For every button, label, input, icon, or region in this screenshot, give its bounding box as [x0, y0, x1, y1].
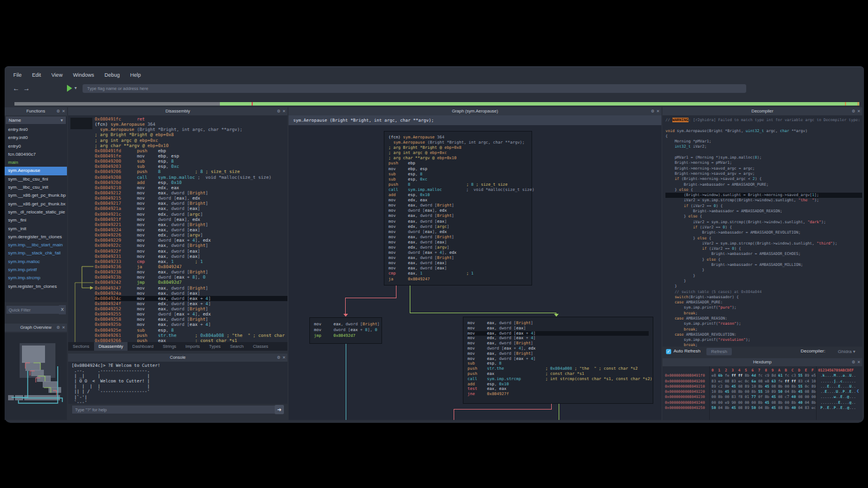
console-output[interactable]: [0x0804924c]> ?E Welcom to Cutter! .--. …	[68, 362, 287, 404]
tab[interactable]: Strings	[158, 342, 181, 351]
code-line[interactable]: push str.the ; 0x804a008 ; "the " ; cons…	[467, 366, 649, 371]
code-line[interactable]: .--. .------------------.	[72, 368, 160, 373]
function-list-item[interactable]: sym._init	[5, 225, 67, 233]
code-line[interactable]: sub esp, 8	[467, 361, 649, 366]
code-line[interactable]: | _| | |	[72, 373, 160, 378]
code-line[interactable]: sub esp, 8	[388, 172, 527, 177]
code-line[interactable]: mov eax, dword [Bright]	[467, 351, 649, 356]
close-icon[interactable]: ✕	[282, 354, 286, 362]
menu-item[interactable]: Debug	[100, 70, 124, 80]
code-line[interactable]: 0x080491fd push ebp	[95, 148, 287, 153]
code-line[interactable]: }	[665, 268, 862, 273]
refresh-button[interactable]: Refresh	[706, 348, 732, 355]
code-line[interactable]: iVar2 = sym.imp.strcmp((Bright->window).…	[665, 220, 862, 225]
code-line[interactable]: mov eax, dword [Bright]	[467, 321, 649, 326]
code-line[interactable]: 0x0804922f mov eax, dword [eax]	[95, 249, 287, 254]
code-line[interactable]: 0x0000000008049240 00 00 e9 90 00 00 00 …	[665, 400, 856, 406]
tab[interactable]: Dashboard	[128, 342, 158, 351]
auto-refresh-checkbox[interactable]: ✓	[666, 349, 671, 354]
function-list-item[interactable]: sym.register_tm_clones	[5, 283, 67, 291]
code-line[interactable]: void sym.Aeropause(Bright *Bright, uint3…	[665, 129, 862, 134]
code-line[interactable]: mov ebp, esp	[388, 167, 527, 172]
code-line[interactable]: | | | | |	[72, 384, 160, 389]
code-line[interactable]: 0 1 2 3 4 5 6 7 8 9 A B C D E F 01234567…	[665, 368, 856, 373]
code-line[interactable]: 0x08049224 mov eax, dword [eax]	[95, 227, 287, 232]
code-line[interactable]: |`-'|	[72, 395, 160, 400]
menu-item[interactable]: Help	[126, 70, 145, 80]
code-line[interactable]: 0x08049236 ja 0x8049247	[95, 264, 287, 269]
code-line[interactable]: 0x08049231 mov eax, dword [eax]	[95, 254, 287, 259]
quick-filter-input[interactable]	[6, 305, 61, 314]
function-list-item[interactable]: sym._fini	[5, 216, 67, 224]
code-line[interactable]: iVar2 = sym.imp.strcmp((Bright->window).…	[665, 241, 862, 246]
code-line[interactable]: 0x08049221 mov eax, dword [Bright]	[95, 222, 287, 227]
code-line[interactable]: 0x08049200 sub esp, 8	[95, 159, 287, 164]
code-line[interactable]: sym.Aeropause (Bright *Bright, int argc,…	[95, 127, 287, 132]
code-line[interactable]: mov eax, dword [eax + 4]	[467, 331, 649, 336]
function-list-item[interactable]: sym.imp.strcmp	[5, 274, 67, 282]
code-line[interactable]: }	[665, 279, 862, 284]
code-line[interactable]: 0x08049266 push eax ; const char *s1	[95, 338, 287, 342]
code-line[interactable]: 0x08049252 mov eax, dword [Bright]	[95, 306, 287, 311]
code-line[interactable]: sym.Aeropause (Bright *Bright, int argc,…	[388, 140, 527, 145]
code-line[interactable]: mov eax, dword [eax]	[388, 261, 527, 266]
decompiler-engine-select[interactable]: Ghidra ▾	[835, 348, 859, 355]
code-line[interactable]: `---'	[72, 400, 160, 404]
code-line[interactable]: 0x08049233 cmp eax, 1 ; 1	[95, 259, 287, 264]
code-line[interactable]: (fcn) sym.Aeropause 364	[388, 135, 527, 140]
address-space-bar[interactable]	[5, 102, 864, 106]
close-icon[interactable]: ✕	[857, 107, 860, 115]
code-line[interactable]: if (iVar2 == 0) {	[665, 225, 862, 230]
code-line[interactable]: 0x0804924a mov eax, dword [eax]	[95, 291, 287, 296]
function-list-item[interactable]: sym.Aeropause	[5, 167, 67, 175]
code-line[interactable]: Bright->morning = pMVar1;	[665, 160, 862, 166]
code-line[interactable]: ; arg char **argv @ ebp+0x10	[388, 156, 527, 161]
code-line[interactable]: case AMBASSADOR_PURE:	[665, 300, 862, 305]
code-line[interactable]: 0x080491fe mov ebp, esp	[95, 153, 287, 159]
code-line[interactable]: 0x08049242 jmp 0x80492d7	[95, 280, 287, 285]
menu-item[interactable]: Windows	[69, 70, 98, 80]
functions-name-header[interactable]: Name ▾	[6, 117, 66, 124]
code-line[interactable]: mov edx, dword [eax + 4]	[467, 336, 649, 341]
code-line[interactable]: mov eax, dword [Bright]	[388, 213, 527, 219]
close-icon[interactable]: ✕	[857, 358, 860, 366]
gear-icon[interactable]: ⚙	[651, 107, 654, 115]
code-line[interactable]: mov edx, dword [argc]	[388, 224, 527, 230]
tab[interactable]: Sections	[68, 342, 94, 351]
close-icon[interactable]: ✕	[62, 107, 65, 115]
function-list-item[interactable]: sym.imp.__libc_start_main	[5, 241, 67, 249]
gear-icon[interactable]: ⚙	[852, 358, 855, 366]
code-line[interactable]: 0x0804925b mov eax, dword [eax + 4]	[95, 322, 287, 327]
tab[interactable]: Types	[204, 342, 225, 351]
function-list-item[interactable]: entry.fini0	[5, 126, 67, 134]
close-icon[interactable]: ✕	[62, 324, 65, 332]
code-line[interactable]: pMVar1 = (Morning *)sym.imp.malloc(8);	[665, 155, 862, 160]
code-line[interactable]: Bright->ambassador = AMBASSADOR_REASON;	[665, 209, 862, 214]
code-line[interactable]: 0x08049206 push 8 ; 8 ; size_t size	[95, 169, 287, 174]
function-list-item[interactable]: sym.imp.printf	[5, 266, 67, 274]
code-line[interactable]: 0x0804921a mov eax, dword [eax]	[95, 206, 287, 211]
tab[interactable]: Disassembly	[94, 342, 128, 351]
code-line[interactable]: }	[665, 284, 862, 289]
code-line[interactable]: 0x08049203 sub esp, 0xc	[95, 164, 287, 169]
code-line[interactable]: ja 0x8049247	[388, 277, 527, 282]
code-line[interactable]: mov dword [eax], edx	[388, 208, 527, 213]
code-line[interactable]: mov eax, dword [Bright]	[388, 235, 527, 240]
code-line[interactable]: sym.imp.printf("pure");	[665, 305, 862, 310]
code-line[interactable]: 0x0804920d add esp, 0x10	[95, 180, 287, 185]
code-line[interactable]: 0x08049247 mov eax, dword [Bright]	[95, 286, 287, 291]
play-dropdown-icon[interactable]: ▾	[74, 85, 77, 91]
code-line[interactable]: } else {	[665, 236, 862, 241]
code-line[interactable]: jmp 0x80492d7	[314, 333, 377, 339]
code-line[interactable]	[665, 150, 862, 155]
code-line[interactable]: } else {	[665, 214, 862, 219]
code-line[interactable]: if (iVar2 == 0) {	[665, 204, 862, 209]
code-line[interactable]: ; arg Bright *Bright @ ebp+0x8	[388, 145, 527, 151]
code-line[interactable]: mov edx, eax	[388, 198, 527, 203]
code-line[interactable]: mov dword [eax], edx	[388, 230, 527, 235]
gear-icon[interactable]: ⚙	[852, 107, 855, 115]
function-list-item[interactable]: main	[5, 159, 67, 167]
code-line[interactable]: 0x0000000008049220 10 8b 45 08 8b 00 8b …	[665, 389, 856, 395]
code-line[interactable]: 0x08049258 mov eax, dword [Bright]	[95, 317, 287, 322]
function-list-item[interactable]: sym.__x86.get_pc_thunk.bx	[5, 200, 67, 208]
